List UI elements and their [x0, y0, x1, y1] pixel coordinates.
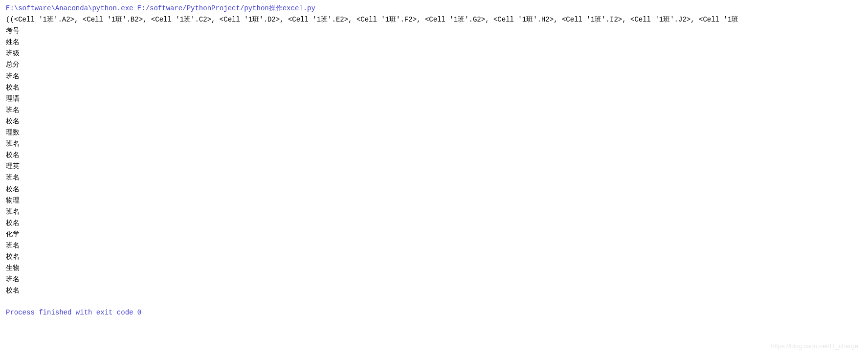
output-line: 校名 [6, 218, 862, 229]
output-line: 校名 [6, 116, 862, 127]
output-line: 班名 [6, 206, 862, 218]
output-line: 校名 [6, 82, 862, 93]
output-line: 校名 [6, 251, 862, 263]
command-line: E:\software\Anaconda\python.exe E:/softw… [6, 3, 862, 14]
output-line: 总分 [6, 59, 862, 70]
process-exit-line: Process finished with exit code 0 [6, 307, 862, 318]
output-line: 物理 [6, 195, 862, 206]
output-line: 校名 [6, 150, 862, 161]
output-line: 班名 [6, 172, 862, 183]
output-line: 校名 [6, 285, 862, 296]
output-container: 考号姓名班级总分班名校名理语班名校名理数班名校名理英班名校名物理班名校名化学班名… [6, 25, 862, 296]
output-line: 校名 [6, 184, 862, 195]
output-line: 班名 [6, 71, 862, 82]
output-line: 化学 [6, 229, 862, 240]
output-line: 班名 [6, 240, 862, 251]
output-line: 理语 [6, 93, 862, 105]
output-line: 班名 [6, 138, 862, 150]
output-line: 姓名 [6, 37, 862, 48]
output-line: 考号 [6, 25, 862, 37]
output-line: 生物 [6, 263, 862, 274]
cell-tuple-output: ((<Cell '1班'.A2>, <Cell '1班'.B2>, <Cell … [6, 14, 862, 25]
output-line: 班级 [6, 48, 862, 59]
output-line: 班名 [6, 274, 862, 285]
output-line: 理数 [6, 127, 862, 138]
output-line: 班名 [6, 105, 862, 116]
output-line: 理英 [6, 161, 862, 172]
